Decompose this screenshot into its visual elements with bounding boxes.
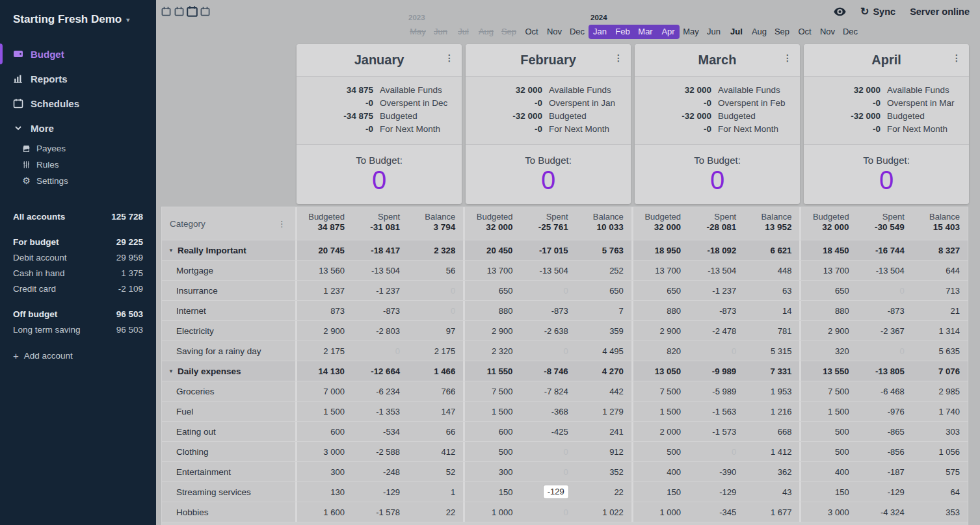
server-status-button[interactable]: Server online: [910, 6, 970, 17]
spent-cell[interactable]: -856: [857, 447, 912, 457]
spent-cell[interactable]: 0: [520, 447, 576, 457]
budgeted-cell[interactable]: 20 745: [297, 246, 352, 255]
timeline-month-dec-19[interactable]: Dec: [839, 25, 862, 39]
balance-cell[interactable]: 7 076: [912, 366, 968, 376]
spent-cell[interactable]: -2 638: [520, 326, 576, 336]
active-edit-cell[interactable]: -129: [544, 485, 568, 498]
sidebar-item-reports[interactable]: Reports: [0, 66, 156, 91]
timeline-month-nov-18[interactable]: Nov: [816, 25, 839, 39]
spent-cell[interactable]: -5 989: [689, 387, 744, 396]
balance-cell[interactable]: 668: [744, 427, 799, 437]
timeline-month-feb-9[interactable]: Feb: [611, 25, 634, 39]
account-row-long-term-saving[interactable]: Long term saving 96 503: [13, 322, 143, 337]
balance-cell[interactable]: 713: [912, 286, 968, 296]
budgeted-cell[interactable]: 1 500: [633, 407, 689, 416]
category-name-cell[interactable]: Groceries: [162, 387, 295, 396]
balance-cell[interactable]: 2 328: [408, 246, 463, 255]
timeline-month-aug-15[interactable]: Aug: [748, 25, 771, 39]
spent-cell[interactable]: -1 573: [689, 427, 744, 437]
spent-cell[interactable]: -8 746: [520, 366, 576, 376]
spent-cell[interactable]: -4 324: [857, 507, 912, 517]
month-menu-icon[interactable]: ⋮: [445, 53, 454, 62]
budgeted-cell[interactable]: 500: [633, 447, 689, 457]
balance-cell[interactable]: 1 677: [744, 507, 799, 517]
spent-cell[interactable]: -2 478: [689, 326, 744, 336]
balance-cell[interactable]: 1: [408, 487, 463, 497]
balance-cell[interactable]: 64: [912, 487, 968, 497]
balance-cell[interactable]: 1 279: [576, 407, 631, 416]
spent-cell[interactable]: -1 563: [689, 407, 744, 416]
timeline-month-may-0[interactable]: May2023: [406, 25, 429, 39]
budgeted-cell[interactable]: 300: [297, 467, 352, 477]
balance-cell[interactable]: 43: [744, 487, 799, 497]
account-row-credit-card[interactable]: Credit card -2 109: [13, 281, 143, 296]
spent-cell[interactable]: -976: [857, 407, 912, 416]
category-name-cell[interactable]: Internet: [162, 306, 295, 316]
spent-cell[interactable]: -534: [352, 427, 408, 437]
budgeted-cell[interactable]: 600: [465, 427, 520, 437]
balance-cell[interactable]: 650: [576, 286, 631, 296]
category-name-cell[interactable]: Saving for a rainy day: [162, 346, 295, 356]
to-budget-amount[interactable]: 0: [466, 166, 631, 195]
spent-cell[interactable]: -873: [857, 306, 912, 316]
account-row-debit-account[interactable]: Debit account 29 959: [13, 250, 143, 265]
timeline-month-sep-4[interactable]: Sep: [497, 25, 520, 39]
month-menu-icon[interactable]: ⋮: [952, 53, 961, 62]
balance-cell[interactable]: 1 466: [408, 366, 463, 376]
timeline-month-jul-2[interactable]: Jul: [452, 25, 475, 39]
spent-cell[interactable]: -368: [520, 407, 576, 416]
budgeted-cell[interactable]: 13 700: [633, 266, 689, 275]
timeline-month-may-12[interactable]: May: [680, 25, 702, 39]
budgeted-cell[interactable]: 1 000: [633, 507, 689, 517]
balance-cell[interactable]: 448: [744, 266, 799, 275]
budgeted-cell[interactable]: 880: [465, 306, 520, 316]
budgeted-cell[interactable]: 2 900: [297, 326, 352, 336]
spent-cell[interactable]: -2 803: [352, 326, 408, 336]
timeline-month-jan-8[interactable]: Jan2024: [589, 25, 611, 39]
spent-cell[interactable]: -16 744: [857, 246, 912, 255]
privacy-toggle-button[interactable]: [834, 7, 846, 16]
budgeted-cell[interactable]: 1 500: [297, 407, 352, 416]
budgeted-cell[interactable]: 1 000: [465, 507, 520, 517]
balance-cell[interactable]: 303: [912, 427, 968, 437]
budgeted-cell[interactable]: 400: [633, 467, 689, 477]
balance-cell[interactable]: 7: [576, 306, 631, 316]
balance-cell[interactable]: 66: [408, 427, 463, 437]
balance-cell[interactable]: 4 270: [576, 366, 631, 376]
balance-cell[interactable]: 5 315: [744, 346, 799, 356]
spent-cell[interactable]: -18 417: [352, 246, 408, 255]
balance-cell[interactable]: 56: [408, 266, 463, 275]
balance-cell[interactable]: 1 314: [912, 326, 968, 336]
balance-cell[interactable]: 2 985: [912, 387, 968, 396]
spent-cell[interactable]: -390: [689, 467, 744, 477]
budgeted-cell[interactable]: 500: [801, 427, 856, 437]
budgeted-cell[interactable]: 150: [465, 487, 520, 497]
account-group-for-budget[interactable]: For budget 29 225: [13, 234, 143, 250]
budgeted-cell[interactable]: 130: [297, 487, 352, 497]
balance-cell[interactable]: 352: [576, 467, 631, 477]
budgeted-cell[interactable]: 7 500: [633, 387, 689, 396]
budgeted-cell[interactable]: 13 560: [297, 266, 352, 275]
balance-cell[interactable]: 912: [576, 447, 631, 457]
budgeted-cell[interactable]: 500: [801, 447, 856, 457]
balance-cell[interactable]: 22: [408, 507, 463, 517]
budgeted-cell[interactable]: 150: [633, 487, 689, 497]
spent-cell[interactable]: -13 504: [352, 266, 408, 275]
spent-cell[interactable]: -13 504: [520, 266, 576, 275]
budgeted-cell[interactable]: 300: [465, 467, 520, 477]
spent-cell[interactable]: -13 504: [857, 266, 912, 275]
balance-cell[interactable]: 21: [912, 306, 968, 316]
collapse-arrow-icon[interactable]: ▼: [168, 368, 174, 374]
budgeted-cell[interactable]: 7 500: [801, 387, 856, 396]
budgeted-cell[interactable]: 600: [297, 427, 352, 437]
budgeted-cell[interactable]: 11 550: [465, 366, 520, 376]
account-row-all-accounts[interactable]: All accounts 125 728: [13, 209, 143, 224]
balance-cell[interactable]: 0: [408, 286, 463, 296]
sidebar-item-budget[interactable]: Budget: [0, 42, 156, 66]
budgeted-cell[interactable]: 14 130: [297, 366, 352, 376]
account-row-cash-in-hand[interactable]: Cash in hand 1 375: [13, 265, 143, 281]
balance-cell[interactable]: 1 953: [744, 387, 799, 396]
balance-cell[interactable]: 1 216: [744, 407, 799, 416]
spent-cell[interactable]: -873: [352, 306, 408, 316]
category-name-cell[interactable]: Electricity: [162, 326, 295, 336]
